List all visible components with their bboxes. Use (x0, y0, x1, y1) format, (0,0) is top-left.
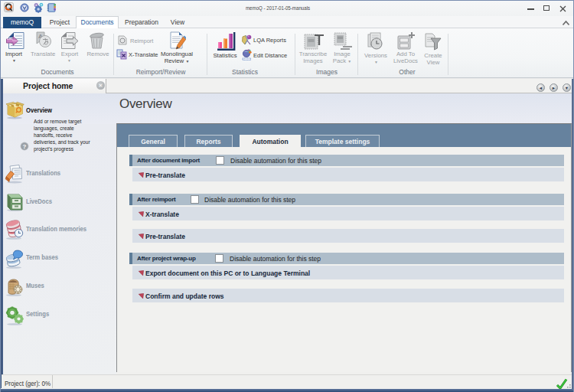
svg-text:?: ? (23, 143, 27, 150)
